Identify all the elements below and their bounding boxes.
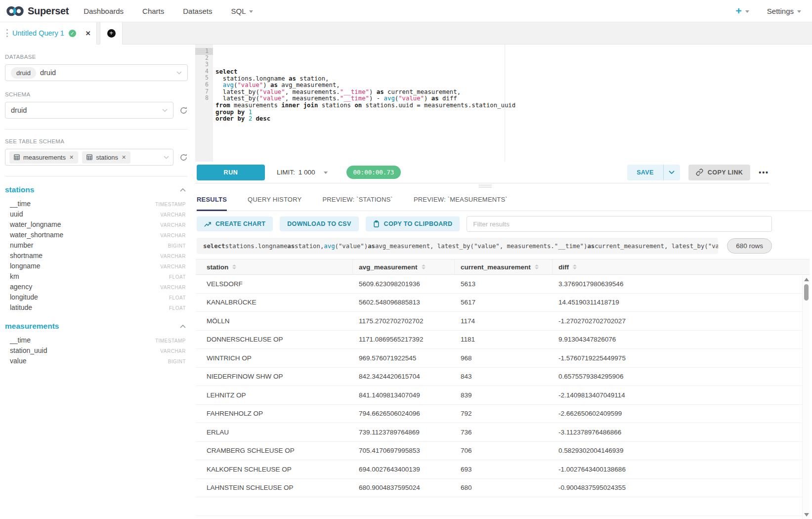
divider [5,176,188,176]
results-tab-query-history[interactable]: QUERY HISTORY [248,196,301,211]
save-options-button[interactable] [664,165,680,180]
scrollbar-thumb[interactable] [804,284,809,301]
nav-item-sql[interactable]: SQL [231,7,253,15]
column-header-avg-measurement[interactable]: avg_measurement [353,260,455,274]
column-header-current-measurement[interactable]: current_measurement [455,260,553,274]
table-chip-measurements[interactable]: measurements✕ [9,151,78,164]
settings-menu-button[interactable]: Settings [767,7,801,15]
tab-untitled-query-1[interactable]: Untitled Query 1 ✓ ✕ [0,22,97,44]
table-cell: 968 [455,349,553,367]
sort-icon[interactable] [573,264,577,269]
column-header-diff[interactable]: diff [553,260,810,274]
column-type: BIGINT [168,243,186,249]
limit-value: 1 000 [299,169,315,176]
line-number: 2 [195,55,213,62]
limit-label: LIMIT: [277,169,295,176]
table-chip-stations[interactable]: stations✕ [82,151,130,164]
more-options-button[interactable]: ••• [759,169,769,176]
link-icon [696,169,703,176]
chart-icon [204,220,211,227]
add-tab-button[interactable]: + [100,22,123,44]
line-number: 5 [195,75,213,82]
sql-editor[interactable]: 12345678 select stations.longname as sta… [195,44,769,162]
table-scrollbar[interactable] [802,275,810,519]
collapse-chevron-up-icon[interactable] [180,324,186,328]
table-row: FAHRENHOLZ OP794.6626506024096792-2.6626… [196,405,810,424]
column-name: number [10,241,168,249]
copy-clipboard-button[interactable]: COPY TO CLIPBOARD [366,216,460,231]
table-cell: FAHRENHOLZ OP [196,405,353,423]
download-csv-button[interactable]: DOWNLOAD TO CSV [280,216,358,231]
divider [5,129,188,130]
executed-query-preview[interactable]: select stations.longname as station, avg… [197,238,718,254]
copy-link-label: COPY LINK [708,169,743,176]
table-row: LAHNSTEIN SCHLEUSE OP680.900483759502468… [196,479,810,498]
close-tab-icon[interactable]: ✕ [85,30,91,37]
table-cell: 3.3769017980639546 [553,275,810,293]
nav-item-charts[interactable]: Charts [142,7,164,15]
copy-link-button[interactable]: COPY LINK [688,165,750,180]
superset-logo[interactable]: Superset [6,5,69,17]
table-row-empty [196,516,810,519]
table-cell: KALKOFEN SCHLEUSE OP [196,460,353,478]
save-button[interactable]: SAVE [627,165,664,180]
nav-item-dashboards[interactable]: Dashboards [84,7,124,15]
drag-handle-icon[interactable] [6,29,8,37]
table-cell: 5602.548096885813 [353,294,455,312]
refresh-schemas-icon[interactable] [179,106,188,115]
column-header-station[interactable]: station [196,260,353,274]
column-name: value [10,357,168,365]
sort-icon[interactable] [232,264,236,269]
row-count-badge: 680 rows [727,238,772,254]
column-type: VARCHAR [160,212,186,217]
scroll-up-icon[interactable] [804,278,809,281]
table-row: VELSDORF5609.62309820193656133.376901798… [196,275,810,294]
nav-item-label: Dashboards [84,7,124,15]
column-row-shortname: shortnameVARCHAR [5,252,188,262]
results-tab-preview-stations[interactable]: PREVIEW: `STATIONS` [322,196,392,211]
nav-item-datasets[interactable]: Datasets [183,7,212,15]
sort-icon[interactable] [422,264,426,269]
column-name: latitude [10,303,169,311]
table-schema-select[interactable]: measurements✕stations✕ [5,149,173,166]
create-chart-button[interactable]: CREATE CHART [197,216,273,231]
run-button[interactable]: RUN [197,165,265,180]
limit-dropdown[interactable]: LIMIT: 1 000 [277,169,328,176]
column-type: VARCHAR [160,348,186,354]
results-tabs: RESULTSQUERY HISTORYPREVIEW: `STATIONS`P… [195,183,812,211]
collapse-chevron-up-icon[interactable] [180,188,186,192]
table-cell: 969.576071922545 [353,349,455,367]
chevron-down-icon [249,10,253,13]
scroll-down-icon[interactable] [804,513,809,517]
table-cell: -1.5760719225449975 [553,349,810,367]
refresh-tables-icon[interactable] [179,153,188,162]
table-cell: -1.2702702702702027 [553,312,810,330]
code-line: order by 2 desc [215,116,769,123]
table-row: NIEDERFINOW SHW OP842.34244206157048430.… [196,368,810,387]
remove-chip-icon[interactable]: ✕ [122,154,126,161]
table-icon [14,154,20,160]
table-section-header-stations: stations [5,185,188,194]
plus-circle-icon: + [107,29,116,38]
pane-resize-handle-icon[interactable] [479,185,492,189]
column-row-agency: agencyVARCHAR [5,283,188,293]
column-row-km: kmFLOAT [5,272,188,283]
database-select-value: druid [40,69,172,77]
sort-icon[interactable] [535,264,539,269]
column-name: agency [10,283,160,291]
database-select[interactable]: druid druid [5,64,188,81]
remove-chip-icon[interactable]: ✕ [69,154,74,161]
results-tab-preview-measurements[interactable]: PREVIEW: `MEASUREMENTS` [414,196,508,211]
results-tab-results[interactable]: RESULTS [197,196,227,211]
schema-select[interactable]: druid [5,102,173,119]
table-cell: 841.1409813407049 [353,386,455,404]
chevron-down-icon [324,172,328,174]
column-row-water-longname: water_longnameVARCHAR [5,220,188,231]
table-cell: MÖLLN [196,312,353,330]
editor-code[interactable]: select stations.longname as station, avg… [213,44,769,162]
table-row: MÖLLN1175.27027027027021174-1.2702702702… [196,312,810,331]
sql-editor-zone: 12345678 select stations.longname as sta… [195,44,769,183]
new-menu-button[interactable]: + [736,5,749,17]
infinity-logo-icon [6,5,24,17]
filter-results-input[interactable] [467,216,772,232]
